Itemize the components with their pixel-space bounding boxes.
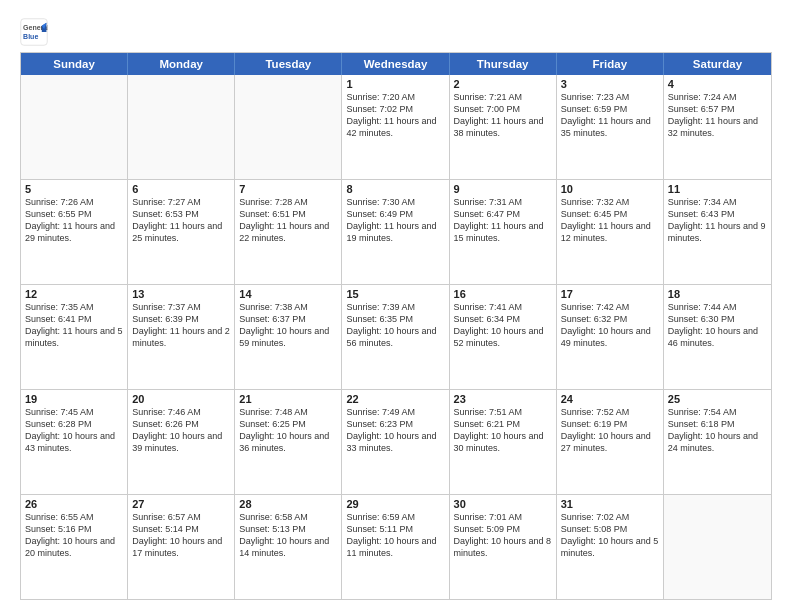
day-number: 26 (25, 498, 123, 510)
calendar-cell: 23Sunrise: 7:51 AM Sunset: 6:21 PM Dayli… (450, 390, 557, 494)
logo: General Blue (20, 18, 52, 46)
cell-text: Sunrise: 6:59 AM Sunset: 5:11 PM Dayligh… (346, 511, 444, 560)
cell-text: Sunrise: 7:23 AM Sunset: 6:59 PM Dayligh… (561, 91, 659, 140)
calendar-body: 1Sunrise: 7:20 AM Sunset: 7:02 PM Daylig… (21, 75, 771, 599)
calendar-cell: 4Sunrise: 7:24 AM Sunset: 6:57 PM Daylig… (664, 75, 771, 179)
cell-text: Sunrise: 7:49 AM Sunset: 6:23 PM Dayligh… (346, 406, 444, 455)
calendar-cell (664, 495, 771, 599)
calendar-cell: 6Sunrise: 7:27 AM Sunset: 6:53 PM Daylig… (128, 180, 235, 284)
day-number: 27 (132, 498, 230, 510)
day-number: 8 (346, 183, 444, 195)
calendar-cell: 25Sunrise: 7:54 AM Sunset: 6:18 PM Dayli… (664, 390, 771, 494)
day-number: 23 (454, 393, 552, 405)
page: General Blue SundayMondayTuesdayWednesda… (0, 0, 792, 612)
day-number: 6 (132, 183, 230, 195)
logo-icon: General Blue (20, 18, 48, 46)
cell-text: Sunrise: 7:32 AM Sunset: 6:45 PM Dayligh… (561, 196, 659, 245)
cell-text: Sunrise: 7:44 AM Sunset: 6:30 PM Dayligh… (668, 301, 767, 350)
calendar-cell (128, 75, 235, 179)
calendar-row-1: 5Sunrise: 7:26 AM Sunset: 6:55 PM Daylig… (21, 180, 771, 285)
cell-text: Sunrise: 7:20 AM Sunset: 7:02 PM Dayligh… (346, 91, 444, 140)
cell-text: Sunrise: 7:46 AM Sunset: 6:26 PM Dayligh… (132, 406, 230, 455)
day-number: 24 (561, 393, 659, 405)
calendar-cell: 15Sunrise: 7:39 AM Sunset: 6:35 PM Dayli… (342, 285, 449, 389)
header: General Blue (20, 18, 772, 46)
calendar-cell: 27Sunrise: 6:57 AM Sunset: 5:14 PM Dayli… (128, 495, 235, 599)
calendar: SundayMondayTuesdayWednesdayThursdayFrid… (20, 52, 772, 600)
header-day-sunday: Sunday (21, 53, 128, 75)
day-number: 4 (668, 78, 767, 90)
cell-text: Sunrise: 7:54 AM Sunset: 6:18 PM Dayligh… (668, 406, 767, 455)
day-number: 10 (561, 183, 659, 195)
calendar-cell: 1Sunrise: 7:20 AM Sunset: 7:02 PM Daylig… (342, 75, 449, 179)
day-number: 11 (668, 183, 767, 195)
day-number: 28 (239, 498, 337, 510)
calendar-cell: 24Sunrise: 7:52 AM Sunset: 6:19 PM Dayli… (557, 390, 664, 494)
cell-text: Sunrise: 7:48 AM Sunset: 6:25 PM Dayligh… (239, 406, 337, 455)
calendar-cell: 26Sunrise: 6:55 AM Sunset: 5:16 PM Dayli… (21, 495, 128, 599)
day-number: 20 (132, 393, 230, 405)
calendar-cell: 13Sunrise: 7:37 AM Sunset: 6:39 PM Dayli… (128, 285, 235, 389)
calendar-cell: 18Sunrise: 7:44 AM Sunset: 6:30 PM Dayli… (664, 285, 771, 389)
calendar-cell: 10Sunrise: 7:32 AM Sunset: 6:45 PM Dayli… (557, 180, 664, 284)
day-number: 7 (239, 183, 337, 195)
cell-text: Sunrise: 7:41 AM Sunset: 6:34 PM Dayligh… (454, 301, 552, 350)
calendar-cell: 3Sunrise: 7:23 AM Sunset: 6:59 PM Daylig… (557, 75, 664, 179)
day-number: 1 (346, 78, 444, 90)
cell-text: Sunrise: 7:45 AM Sunset: 6:28 PM Dayligh… (25, 406, 123, 455)
header-day-friday: Friday (557, 53, 664, 75)
day-number: 2 (454, 78, 552, 90)
day-number: 29 (346, 498, 444, 510)
cell-text: Sunrise: 7:42 AM Sunset: 6:32 PM Dayligh… (561, 301, 659, 350)
calendar-row-2: 12Sunrise: 7:35 AM Sunset: 6:41 PM Dayli… (21, 285, 771, 390)
day-number: 22 (346, 393, 444, 405)
cell-text: Sunrise: 7:37 AM Sunset: 6:39 PM Dayligh… (132, 301, 230, 350)
calendar-cell: 30Sunrise: 7:01 AM Sunset: 5:09 PM Dayli… (450, 495, 557, 599)
header-day-monday: Monday (128, 53, 235, 75)
day-number: 15 (346, 288, 444, 300)
cell-text: Sunrise: 7:01 AM Sunset: 5:09 PM Dayligh… (454, 511, 552, 560)
cell-text: Sunrise: 6:58 AM Sunset: 5:13 PM Dayligh… (239, 511, 337, 560)
cell-text: Sunrise: 7:28 AM Sunset: 6:51 PM Dayligh… (239, 196, 337, 245)
day-number: 9 (454, 183, 552, 195)
day-number: 3 (561, 78, 659, 90)
day-number: 30 (454, 498, 552, 510)
header-day-tuesday: Tuesday (235, 53, 342, 75)
calendar-header: SundayMondayTuesdayWednesdayThursdayFrid… (21, 53, 771, 75)
calendar-row-3: 19Sunrise: 7:45 AM Sunset: 6:28 PM Dayli… (21, 390, 771, 495)
calendar-cell (21, 75, 128, 179)
calendar-cell (235, 75, 342, 179)
day-number: 12 (25, 288, 123, 300)
cell-text: Sunrise: 7:39 AM Sunset: 6:35 PM Dayligh… (346, 301, 444, 350)
calendar-cell: 31Sunrise: 7:02 AM Sunset: 5:08 PM Dayli… (557, 495, 664, 599)
calendar-cell: 12Sunrise: 7:35 AM Sunset: 6:41 PM Dayli… (21, 285, 128, 389)
calendar-cell: 9Sunrise: 7:31 AM Sunset: 6:47 PM Daylig… (450, 180, 557, 284)
svg-text:Blue: Blue (23, 33, 38, 40)
cell-text: Sunrise: 7:27 AM Sunset: 6:53 PM Dayligh… (132, 196, 230, 245)
calendar-cell: 2Sunrise: 7:21 AM Sunset: 7:00 PM Daylig… (450, 75, 557, 179)
cell-text: Sunrise: 6:57 AM Sunset: 5:14 PM Dayligh… (132, 511, 230, 560)
header-day-thursday: Thursday (450, 53, 557, 75)
calendar-cell: 29Sunrise: 6:59 AM Sunset: 5:11 PM Dayli… (342, 495, 449, 599)
day-number: 25 (668, 393, 767, 405)
cell-text: Sunrise: 7:35 AM Sunset: 6:41 PM Dayligh… (25, 301, 123, 350)
calendar-row-4: 26Sunrise: 6:55 AM Sunset: 5:16 PM Dayli… (21, 495, 771, 599)
header-day-saturday: Saturday (664, 53, 771, 75)
day-number: 13 (132, 288, 230, 300)
calendar-cell: 16Sunrise: 7:41 AM Sunset: 6:34 PM Dayli… (450, 285, 557, 389)
cell-text: Sunrise: 7:52 AM Sunset: 6:19 PM Dayligh… (561, 406, 659, 455)
cell-text: Sunrise: 7:38 AM Sunset: 6:37 PM Dayligh… (239, 301, 337, 350)
calendar-cell: 17Sunrise: 7:42 AM Sunset: 6:32 PM Dayli… (557, 285, 664, 389)
calendar-cell: 20Sunrise: 7:46 AM Sunset: 6:26 PM Dayli… (128, 390, 235, 494)
cell-text: Sunrise: 6:55 AM Sunset: 5:16 PM Dayligh… (25, 511, 123, 560)
calendar-row-0: 1Sunrise: 7:20 AM Sunset: 7:02 PM Daylig… (21, 75, 771, 180)
calendar-cell: 8Sunrise: 7:30 AM Sunset: 6:49 PM Daylig… (342, 180, 449, 284)
day-number: 17 (561, 288, 659, 300)
cell-text: Sunrise: 7:26 AM Sunset: 6:55 PM Dayligh… (25, 196, 123, 245)
day-number: 14 (239, 288, 337, 300)
day-number: 19 (25, 393, 123, 405)
day-number: 21 (239, 393, 337, 405)
calendar-cell: 22Sunrise: 7:49 AM Sunset: 6:23 PM Dayli… (342, 390, 449, 494)
cell-text: Sunrise: 7:34 AM Sunset: 6:43 PM Dayligh… (668, 196, 767, 245)
calendar-cell: 28Sunrise: 6:58 AM Sunset: 5:13 PM Dayli… (235, 495, 342, 599)
